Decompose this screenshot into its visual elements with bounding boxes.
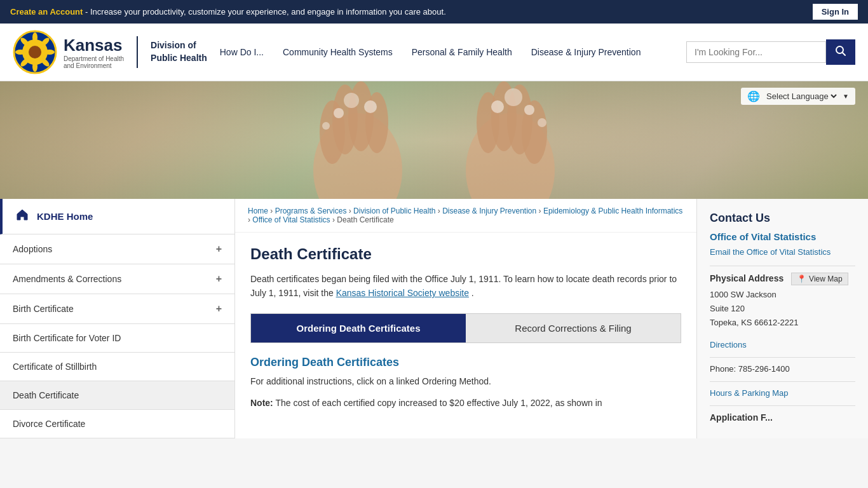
view-map-button[interactable]: 📍 View Map xyxy=(791,273,848,285)
search-input[interactable] xyxy=(686,41,826,63)
breadcrumb-epidemiology[interactable]: Epidemiology & Public Health Informatics xyxy=(543,207,682,215)
svg-line-12 xyxy=(843,53,846,56)
svg-point-3 xyxy=(32,32,37,43)
logo-divider xyxy=(137,36,138,68)
phone-text: Phone: 785-296-1400 xyxy=(710,364,855,374)
svg-point-29 xyxy=(524,105,534,115)
sidebar-item-label: Birth Certificate xyxy=(13,304,74,314)
contact-divider-2 xyxy=(710,357,855,358)
svg-point-21 xyxy=(322,122,330,130)
sidebar-item-birth-cert-voter-id[interactable]: Birth Certificate for Voter ID xyxy=(0,324,234,353)
create-account-link[interactable]: Create an Account xyxy=(10,7,83,17)
email-office-link[interactable]: Email the Office of Vital Statistics xyxy=(710,247,855,257)
sidebar-item-death-certificate[interactable]: Death Certificate xyxy=(0,381,234,410)
logo-kansas: Kansas xyxy=(64,36,124,55)
banner-message: Create an Account - Increase your produc… xyxy=(10,7,446,17)
contact-office-name: Office of Vital Statistics xyxy=(710,231,855,242)
address-text: 1000 SW Jackson Suite 120 Topeka, KS 666… xyxy=(710,288,855,330)
contact-sidebar: Contact Us Office of Vital Statistics Em… xyxy=(696,199,868,438)
logo-area: Kansas Department of Health and Environm… xyxy=(13,30,207,74)
content-tabs: Ordering Death Certificates Record Corre… xyxy=(250,313,681,343)
directions-link[interactable]: Directions xyxy=(710,340,855,349)
breadcrumb-home[interactable]: Home xyxy=(248,207,268,215)
nav-personal-family-health[interactable]: Personal & Family Health xyxy=(412,47,512,57)
kansas-logo-icon xyxy=(13,30,57,74)
address-section: Physical Address 📍 View Map 1000 SW Jack… xyxy=(710,273,855,330)
sidebar-item-certificate-stillbirth[interactable]: Certificate of Stillbirth xyxy=(0,353,234,381)
note-body: The cost of each certified copy increase… xyxy=(275,398,602,408)
expand-icon: + xyxy=(216,243,222,255)
note-label: Note: xyxy=(250,398,273,408)
svg-point-9 xyxy=(15,50,25,55)
svg-point-20 xyxy=(364,100,377,113)
breadcrumb-programs[interactable]: Programs & Services xyxy=(275,207,347,215)
content-body: Death Certificate Death certificates beg… xyxy=(235,233,696,423)
hours-link[interactable]: Hours & Parking Map xyxy=(710,388,855,398)
map-pin-icon: 📍 xyxy=(797,274,806,283)
contact-title: Contact Us xyxy=(710,212,855,225)
section-title: Ordering Death Certificates xyxy=(250,356,681,369)
breadcrumb: Home › Programs & Services › Division of… xyxy=(235,199,696,233)
sign-in-button[interactable]: Sign In xyxy=(813,4,858,20)
section-subtext: For additional instructions, click on a … xyxy=(250,374,681,388)
search-icon xyxy=(835,45,846,57)
hero-hands-svg xyxy=(243,81,625,199)
sidebar-home[interactable]: KDHE Home xyxy=(0,199,234,234)
svg-point-7 xyxy=(32,62,37,72)
main-content: Home › Programs & Services › Division of… xyxy=(235,199,696,438)
logo-division: Division of Public Health xyxy=(151,39,207,64)
description-end: . xyxy=(471,288,474,298)
svg-point-19 xyxy=(344,93,359,108)
sidebar-item-label: Amendments & Corrections xyxy=(13,274,121,284)
svg-point-28 xyxy=(505,88,522,106)
breadcrumb-current: Death Certificate xyxy=(337,215,393,224)
top-banner: Create an Account - Increase your produc… xyxy=(0,0,868,24)
page-description: Death certificates began being filed wit… xyxy=(250,272,681,301)
left-sidebar: KDHE Home Adoptions + Amendments & Corre… xyxy=(0,199,235,438)
translate-select[interactable]: Select Language xyxy=(764,91,839,102)
sidebar-item-birth-certificate[interactable]: Birth Certificate + xyxy=(0,294,234,324)
main-nav: How Do I... Community Health Systems Per… xyxy=(220,47,674,57)
banner-text: - Increase your productivity, customize … xyxy=(85,7,446,17)
svg-point-30 xyxy=(538,118,546,127)
hero-image: 🌐 Select Language ▼ xyxy=(0,81,868,199)
physical-address-label: Physical Address xyxy=(710,273,783,283)
nav-how-do-i[interactable]: How Do I... xyxy=(220,47,264,57)
nav-disease-injury[interactable]: Disease & Injury Prevention xyxy=(531,47,641,57)
breadcrumb-vital-statistics[interactable]: Office of Vital Statistics xyxy=(252,215,330,224)
search-button[interactable] xyxy=(826,39,855,65)
sidebar-item-label: Certificate of Stillbirth xyxy=(13,362,97,372)
note-text: Note: The cost of each certified copy in… xyxy=(250,396,681,410)
search-area xyxy=(686,39,855,65)
translate-icon: 🌐 xyxy=(747,90,760,102)
sidebar-item-amendments[interactable]: Amendments & Corrections + xyxy=(0,264,234,294)
svg-point-27 xyxy=(491,100,504,113)
expand-icon: + xyxy=(216,273,222,285)
sidebar-item-label: Adoptions xyxy=(13,244,52,254)
svg-point-2 xyxy=(29,46,41,58)
translate-bar: 🌐 Select Language ▼ xyxy=(741,88,855,105)
expand-icon: + xyxy=(216,303,222,315)
breadcrumb-division[interactable]: Division of Public Health xyxy=(353,207,435,215)
view-map-label: View Map xyxy=(809,274,842,283)
tab-ordering-death-certs[interactable]: Ordering Death Certificates xyxy=(251,314,466,342)
contact-divider xyxy=(710,266,855,266)
breadcrumb-disease[interactable]: Disease & Injury Prevention xyxy=(442,207,536,215)
sidebar-item-divorce-certificate[interactable]: Divorce Certificate xyxy=(0,410,234,438)
home-icon xyxy=(15,208,29,225)
sidebar-item-label: Birth Certificate for Voter ID xyxy=(13,333,121,343)
tab-record-corrections[interactable]: Record Corrections & Filing xyxy=(466,314,681,342)
nav-community-health[interactable]: Community Health Systems xyxy=(283,47,393,57)
page-title: Death Certificate xyxy=(250,245,681,263)
sidebar-home-label: KDHE Home xyxy=(37,211,93,222)
main-container: KDHE Home Adoptions + Amendments & Corre… xyxy=(0,199,868,438)
contact-divider-3 xyxy=(710,381,855,382)
sidebar-item-adoptions[interactable]: Adoptions + xyxy=(0,234,234,264)
logo-dept: Department of Health and Environment xyxy=(64,55,124,69)
svg-point-18 xyxy=(334,108,344,118)
contact-divider-4 xyxy=(710,405,855,406)
sidebar-item-label: Death Certificate xyxy=(13,390,79,400)
kansas-historical-link[interactable]: Kansas Historical Society website xyxy=(336,288,469,298)
logo-text: Kansas Department of Health and Environm… xyxy=(64,36,124,69)
app-form-title: Application F... xyxy=(710,412,855,423)
